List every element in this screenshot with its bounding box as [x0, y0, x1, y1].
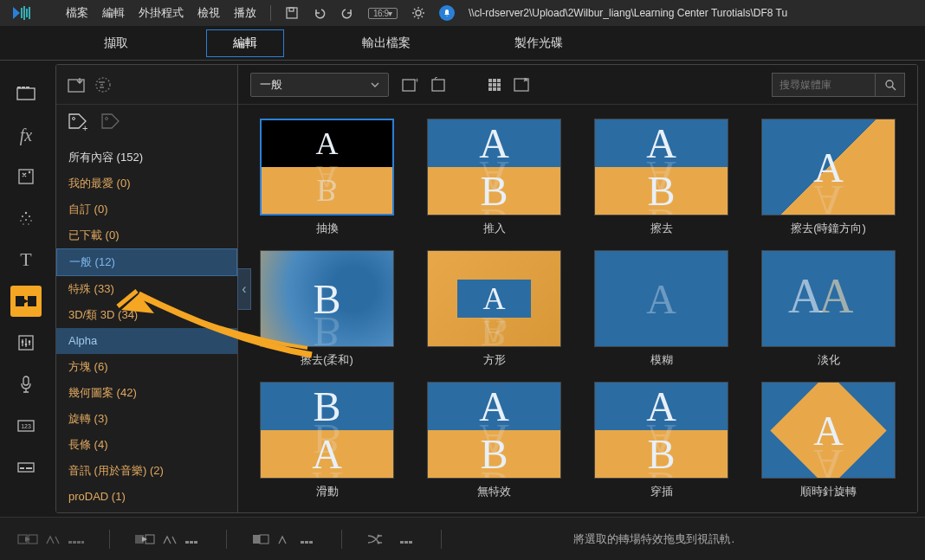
svg-rect-50 [73, 541, 76, 544]
download-icon[interactable] [94, 76, 112, 93]
svg-point-64 [378, 541, 380, 544]
thumb-label: 穿插 [650, 484, 673, 499]
pip-room-icon[interactable] [10, 161, 42, 192]
thumb-preview[interactable]: AA [761, 250, 896, 347]
svg-rect-49 [68, 541, 72, 544]
svg-rect-65 [400, 541, 404, 544]
thumb-preview[interactable]: AB [427, 382, 561, 479]
thumb-preview[interactable]: AB [594, 382, 728, 479]
aspect-ratio-selector[interactable]: 16:9 ▾ [368, 8, 398, 19]
svg-rect-35 [432, 80, 444, 91]
thumb-preview[interactable]: AB [427, 119, 561, 216]
svg-point-12 [25, 219, 27, 221]
svg-rect-17 [28, 296, 36, 306]
svg-rect-52 [81, 541, 84, 544]
main-area: fx T 123 + 所有內容 (152)我的最愛 (0)自訂 (0)已下載 (… [0, 61, 925, 517]
media-room-icon[interactable] [10, 78, 42, 109]
voiceover-room-icon[interactable] [10, 369, 42, 400]
tab-capture[interactable]: 擷取 [78, 30, 154, 56]
svg-rect-39 [488, 83, 492, 87]
import-icon[interactable] [67, 76, 86, 93]
content-panel: + 所有內容 (152)我的最愛 (0)自訂 (0)已下載 (0)一般 (12)… [55, 64, 918, 513]
particle-room-icon[interactable] [10, 203, 42, 234]
collapse-handle[interactable]: ‹ [238, 269, 250, 309]
notification-icon[interactable] [439, 5, 455, 21]
remove-tag-icon[interactable] [100, 112, 122, 134]
menu-edit[interactable]: 編輯 [102, 5, 125, 21]
template-icon[interactable] [430, 77, 448, 93]
category-item[interactable]: 特殊 (33) [56, 276, 237, 302]
search-button[interactable] [876, 73, 905, 97]
category-item[interactable]: 一般 (12) [56, 248, 237, 276]
thumb-preview[interactable]: A [761, 382, 896, 479]
title-room-icon[interactable]: T [10, 244, 42, 275]
transition-thumb[interactable]: AB無特效 [419, 382, 569, 499]
category-dropdown[interactable]: 一般 [250, 73, 389, 97]
category-item[interactable]: 3D/類 3D (34) [56, 302, 237, 328]
tab-output[interactable]: 輸出檔案 [336, 30, 437, 56]
audio-mix-room-icon[interactable] [10, 327, 42, 358]
svg-point-63 [378, 534, 380, 537]
svg-rect-0 [287, 8, 297, 18]
category-item[interactable]: Alpha [56, 328, 237, 354]
tab-disc[interactable]: 製作光碟 [488, 30, 589, 56]
new-media-icon[interactable]: + [401, 77, 418, 93]
thumb-preview[interactable]: A [761, 119, 896, 216]
transition-thumb[interactable]: AB抽換 [252, 119, 402, 236]
thumb-preview[interactable]: AB [594, 119, 728, 216]
transition-thumb[interactable]: AB穿插 [586, 382, 736, 499]
fx-room-icon[interactable]: fx [10, 119, 42, 151]
category-item[interactable]: 幾何圖案 (42) [56, 380, 237, 406]
transition-thumb[interactable]: BA滑動 [252, 382, 402, 499]
svg-point-8 [25, 212, 27, 214]
add-tag-icon[interactable]: + [67, 112, 89, 134]
transition-thumb[interactable]: A順時針旋轉 [754, 382, 903, 499]
transition-thumb[interactable]: B擦去(柔和) [252, 250, 402, 368]
transition-thumb[interactable]: BA方形 [419, 250, 569, 368]
transition-thumb[interactable]: A擦去(時鐘方向) [754, 119, 903, 236]
save-icon[interactable] [285, 6, 299, 20]
svg-rect-36 [488, 79, 492, 82]
category-item[interactable]: 方塊 (6) [56, 354, 237, 380]
bottom-hint: 將選取的轉場特效拖曳到視訊軌. [573, 531, 734, 547]
settings-icon[interactable] [411, 6, 425, 20]
thumb-preview[interactable]: A [594, 250, 728, 347]
transition-thumb[interactable]: AB推入 [419, 119, 569, 236]
thumb-preview[interactable]: BA [427, 250, 561, 347]
transition-room-icon[interactable] [10, 286, 42, 317]
undo-icon[interactable] [313, 6, 327, 20]
category-item[interactable]: 旋轉 (3) [56, 406, 237, 432]
chapter-room-icon[interactable]: 123 [10, 410, 42, 441]
project-path: \\cl-rdserver2\Upload\2Wilbur_liang\Lear… [469, 7, 787, 19]
transition-thumb[interactable]: AB擦去 [586, 119, 736, 236]
subtitle-room-icon[interactable] [10, 452, 42, 483]
thumb-preview[interactable]: AB [260, 119, 394, 216]
thumb-preview[interactable]: B [260, 250, 394, 347]
room-toolbar: fx T 123 [0, 61, 52, 517]
thumb-preview[interactable]: BA [260, 382, 394, 479]
category-item[interactable]: 已下載 (0) [56, 222, 237, 248]
tab-edit[interactable]: 編輯 [206, 29, 284, 57]
category-item[interactable]: 長條 (4) [56, 432, 237, 458]
menu-view[interactable]: 檢視 [197, 5, 220, 21]
category-item[interactable]: 自訂 (0) [56, 196, 237, 222]
category-item[interactable]: proDAD (1) [56, 484, 237, 510]
svg-rect-1 [289, 8, 294, 11]
menu-file[interactable]: 檔案 [66, 5, 88, 21]
category-item[interactable]: 所有內容 (152) [56, 145, 237, 171]
category-item[interactable]: 我的最愛 (0) [56, 171, 237, 196]
detail-view-icon[interactable] [514, 78, 529, 92]
menu-play[interactable]: 播放 [234, 5, 256, 21]
category-item[interactable]: 音訊 (用於音樂) (2) [56, 458, 237, 484]
search-input[interactable] [772, 73, 876, 97]
transition-thumb[interactable]: AA淡化 [754, 250, 903, 368]
svg-rect-22 [23, 377, 29, 385]
grid-view-icon[interactable] [488, 78, 501, 92]
svg-point-14 [23, 223, 23, 224]
redo-icon[interactable] [340, 6, 354, 20]
svg-point-20 [25, 344, 28, 346]
transition-thumb[interactable]: A模糊 [586, 250, 736, 368]
menu-plugins[interactable]: 外掛程式 [139, 5, 184, 21]
svg-rect-43 [493, 87, 496, 91]
bottom-toolbar: 將選取的轉場特效拖曳到視訊軌. [0, 517, 925, 560]
